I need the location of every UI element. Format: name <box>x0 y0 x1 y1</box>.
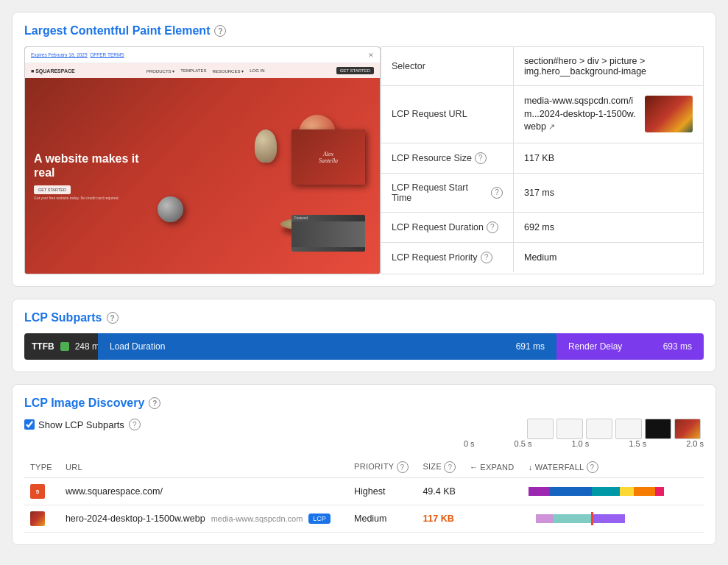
lcp-priority-row: LCP Request Priority ? Medium <box>381 243 703 272</box>
col-waterfall: ↓ WATERFALL ? <box>523 457 704 478</box>
sq-featured-card: Featured <box>291 215 365 252</box>
lcp-subparts-title: LCP Subparts ? <box>24 311 704 324</box>
url-cell-html: www.squarespace.com/ <box>60 478 348 505</box>
ttfb-dot <box>60 342 69 351</box>
lcp-duration-row: LCP Request Duration ? 692 ms <box>381 213 703 243</box>
sq-nav-links: PRODUCTS ▾ TEMPLATES RESOURCES ▾ LOG IN <box>146 68 265 74</box>
sq-laptop: AlexSantella <box>291 129 365 185</box>
url-cell-img: hero-2024-desktop-1-1500w.webp media-www… <box>60 505 348 533</box>
lcp-start-label: LCP Request Start Time ? <box>381 174 514 212</box>
lcp-screenshot: Expires February 18, 2025 OFFER TERMS ✕ … <box>24 46 381 274</box>
show-subparts-label[interactable]: Show LCP Subparts <box>24 419 124 430</box>
lcp-element-content: Expires February 18, 2025 OFFER TERMS ✕ … <box>24 46 704 274</box>
lcp-element-title: Largest Contentful Paint Element ? <box>24 24 704 38</box>
selector-value: section#hero > div > picture > img.hero_… <box>514 47 703 85</box>
type-cell-img <box>24 505 60 533</box>
lcp-element-title-text: Largest Contentful Paint Element <box>24 24 210 38</box>
sq-logo: ■ SQUARESPACE <box>31 68 75 74</box>
lcp-size-row: LCP Resource Size ? 117 KB <box>381 143 703 174</box>
sq-hero-section: A website makes it real GET STARTED Get … <box>25 78 380 274</box>
lcp-element-help-icon[interactable]: ? <box>214 25 226 37</box>
lcp-discovery-help-icon[interactable]: ? <box>149 397 160 409</box>
priority-cell-img: Medium <box>348 505 417 533</box>
waterfall-down-icon: ↓ <box>529 463 533 472</box>
sq-close-icon: ✕ <box>368 51 374 59</box>
img-url-sub: media-www.sqspcdn.com <box>211 514 303 523</box>
sq-obj-sphere-gray <box>158 196 183 222</box>
table-row: 5 www.squarespace.com/ Highest 49.4 KB <box>24 478 704 505</box>
load-duration-segment: Load Duration 691 ms <box>98 333 556 360</box>
timeline-section: 0 s 0.5 s 1.0 s 1.5 s 2.0 s <box>464 419 704 454</box>
sq-get-started-btn: GET STARTED <box>336 67 374 74</box>
lcp-size-label: LCP Resource Size ? <box>381 143 514 173</box>
table-header-row: TYPE URL PRIORITY ? SIZE ? ← EXPAND <box>24 457 704 478</box>
col-size: SIZE ? <box>417 457 464 478</box>
lcp-start-row: LCP Request Start Time ? 317 ms <box>381 174 703 213</box>
col-type: TYPE <box>24 457 60 478</box>
size-cell-html: 49.4 KB <box>417 478 464 505</box>
lcp-size-value: 117 KB <box>514 143 703 173</box>
lcp-priority-help-icon[interactable]: ? <box>481 252 492 263</box>
lcp-discovery-title: LCP Image Discovery ? <box>24 397 704 410</box>
img-url-main: hero-2024-desktop-1-1500w.webp <box>66 514 205 524</box>
lcp-priority-value: Medium <box>514 243 703 272</box>
size-highlight: 117 KB <box>423 514 453 524</box>
waterfall-help-icon[interactable]: ? <box>587 461 598 473</box>
lcp-url-row: LCP Request URL media-www.sqspcdn.com/im… <box>381 86 703 143</box>
timeline-thumb-3 <box>586 419 612 439</box>
discovery-top: Show LCP Subparts ? 0 s 0.5 s 1.0 s 1.5 … <box>24 419 704 454</box>
discovery-table: TYPE URL PRIORITY ? SIZE ? ← EXPAND <box>24 457 704 533</box>
timeline-thumb-2 <box>556 419 583 439</box>
timeline-scale: 0 s 0.5 s 1.0 s 1.5 s 2.0 s <box>464 439 704 448</box>
url-main-text: www.squarespace.com/ <box>66 486 163 497</box>
lcp-subparts-card: LCP Subparts ? TTFB 248 ms Load Duration… <box>12 299 716 372</box>
sq-hero-btn: GET STARTED <box>34 185 71 194</box>
show-subparts-checkbox[interactable] <box>24 419 35 430</box>
lcp-url-text: media-www.sqspcdn.com/im...2024-desktop-… <box>524 95 637 134</box>
table-row: hero-2024-desktop-1-1500w.webp media-www… <box>24 505 704 533</box>
lcp-thumb <box>645 96 693 132</box>
priority-cell-html: Highest <box>348 478 417 505</box>
timeline-thumbs <box>464 419 704 439</box>
col-expand: ← EXPAND <box>464 457 523 478</box>
subparts-bar: TTFB 248 ms Load Duration 691 ms Render … <box>24 333 704 360</box>
expand-cell-html <box>464 478 523 505</box>
type-cell-html: 5 <box>24 478 60 505</box>
timeline-thumb-1 <box>527 419 554 439</box>
waterfall-cell-img <box>523 505 704 533</box>
lcp-element-card: Largest Contentful Paint Element ? Expir… <box>12 12 716 287</box>
sq-offer-text: Expires February 18, 2025 OFFER TERMS <box>31 52 124 57</box>
discovery-controls: Show LCP Subparts ? <box>24 419 141 430</box>
sq-hero-text: A website makes it real <box>34 152 152 180</box>
lcp-size-help-icon[interactable]: ? <box>475 152 487 164</box>
lcp-duration-label: LCP Request Duration ? <box>381 213 514 242</box>
html-icon: 5 <box>30 484 45 499</box>
img-icon <box>30 511 45 526</box>
lcp-url-value: media-www.sqspcdn.com/im...2024-desktop-… <box>514 86 703 143</box>
priority-help-icon[interactable]: ? <box>397 461 409 473</box>
timeline-thumb-5 <box>645 419 671 439</box>
lcp-priority-label: LCP Request Priority ? <box>381 243 514 272</box>
timeline-thumb-4 <box>615 419 642 439</box>
lcp-subparts-help-icon[interactable]: ? <box>107 312 119 324</box>
lcp-duration-help-icon[interactable]: ? <box>487 221 498 233</box>
lcp-start-help-icon[interactable]: ? <box>491 187 503 199</box>
col-url: URL <box>60 457 348 478</box>
external-link-icon[interactable]: ↗ <box>548 122 555 131</box>
show-subparts-help-icon[interactable]: ? <box>129 419 141 430</box>
selector-label: Selector <box>381 47 514 85</box>
timeline-thumb-6 <box>674 419 701 439</box>
ttfb-segment: TTFB 248 ms <box>24 333 98 360</box>
lcp-url-label: LCP Request URL <box>381 86 514 143</box>
col-priority: PRIORITY ? <box>348 457 417 478</box>
sq-hero-subtitle: Get your free website today. No credit c… <box>34 196 152 200</box>
size-help-icon[interactable]: ? <box>444 461 456 473</box>
timeline-scale-labels: 0 s 0.5 s 1.0 s 1.5 s 2.0 s <box>464 439 704 448</box>
lcp-badge: LCP <box>308 514 331 524</box>
selector-row: Selector section#hero > div > picture > … <box>381 47 703 86</box>
lcp-image-discovery-card: LCP Image Discovery ? Show LCP Subparts … <box>12 384 716 545</box>
lcp-duration-value: 692 ms <box>514 213 703 242</box>
sq-obj-vase <box>255 129 277 163</box>
lcp-info-table: Selector section#hero > div > picture > … <box>381 46 704 274</box>
expand-cell-img <box>464 505 523 533</box>
